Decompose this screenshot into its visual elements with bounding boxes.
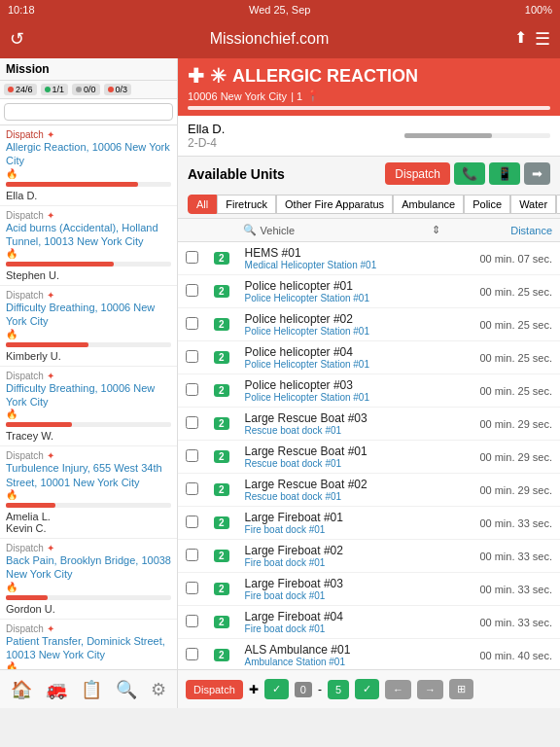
- unit-station-cell: Rescue boat dock #01: [245, 425, 416, 436]
- dispatch-btn-group: Dispatch 📞 📱 ➡: [385, 162, 550, 185]
- unit-station-cell: Police Helicopter Station #01: [245, 293, 416, 303]
- filter-tab-ambulance[interactable]: Ambulance: [393, 195, 464, 214]
- dispatch-button[interactable]: Dispatch: [385, 162, 450, 185]
- units-table-container: 🔍 Vehicle ⇕ Distance 2 HEMS #01 Medical: [178, 219, 560, 669]
- banner-map-icon[interactable]: 📍: [306, 89, 320, 102]
- nav-fire[interactable]: 🚒: [42, 675, 71, 704]
- unit-checkbox[interactable]: [186, 284, 198, 297]
- unit-checkbox[interactable]: [186, 383, 198, 396]
- mission-stats: 24/6 1/1 0/0 0/3: [0, 81, 177, 99]
- nav-home[interactable]: 🏠: [7, 675, 36, 704]
- table-row: 2 Police helicopter #04 Police Helicopte…: [178, 341, 560, 374]
- available-units: Available Units Dispatch 📞 📱 ➡ All Firet…: [178, 157, 560, 669]
- unit-checkbox[interactable]: [186, 516, 198, 528]
- nav-settings[interactable]: ⚙: [147, 675, 170, 704]
- filter-tab-firetruck[interactable]: Firetruck: [217, 195, 276, 214]
- sidebar-search-input[interactable]: [4, 103, 173, 121]
- mission-item-2[interactable]: Dispatch ✦ Acid burns (Accidental), Holl…: [0, 206, 177, 287]
- unit-checkbox[interactable]: [186, 582, 198, 594]
- phone-icon-btn[interactable]: 📞: [454, 162, 485, 185]
- filter-tab-followup[interactable]: Follow-up: [556, 195, 560, 214]
- unit-code: 2-D-4: [188, 136, 225, 150]
- col-vehicle: 🔍 Vehicle: [237, 219, 424, 242]
- table-row: 2 Large Fireboat #03 Fire boat dock #01 …: [178, 573, 560, 606]
- unit-checkbox[interactable]: [186, 482, 198, 495]
- unit-station-cell: Rescue boat dock #01: [245, 491, 416, 502]
- unit-distance: 00 min. 33 sec.: [448, 606, 560, 639]
- missions-list: Dispatch ✦ Allergic Reaction, 10006 New …: [0, 125, 177, 669]
- unit-name-cell: Large Fireboat #01: [245, 511, 416, 524]
- bottom-green-btn[interactable]: ✓: [264, 679, 289, 699]
- unit-station-cell: Medical Helicopter Station #01: [245, 260, 416, 270]
- unit-distance: 00 min. 07 sec.: [448, 242, 560, 275]
- level-badge: 2: [214, 351, 229, 364]
- nav-list[interactable]: 📋: [77, 675, 106, 704]
- table-row: 2 Police helicopter #01 Police Helicopte…: [178, 275, 560, 308]
- level-badge: 2: [214, 384, 229, 397]
- mission-item-6[interactable]: Dispatch ✦ Back Pain, Brooklyn Bridge, 1…: [0, 539, 177, 620]
- bottom-dispatch-btn[interactable]: Dispatch: [186, 680, 243, 699]
- unit-name-cell: Police helicopter #01: [245, 279, 416, 293]
- unit-checkbox[interactable]: [186, 549, 198, 561]
- mission-item-5[interactable]: Dispatch ✦ Turbulence Injury, 655 West 3…: [0, 446, 177, 539]
- unit-distance: 00 min. 25 sec.: [448, 275, 560, 308]
- table-row: 2 Large Rescue Boat #03 Rescue boat dock…: [178, 408, 560, 441]
- bottom-num5-btn[interactable]: 5: [328, 680, 349, 699]
- stat-badge-3: 0/0: [72, 84, 100, 95]
- sidebar: Mission 24/6 1/1 0/0 0/3 Dispatch ✦ Alle…: [0, 58, 178, 708]
- filter-tab-police[interactable]: Police: [464, 195, 510, 214]
- time: 10:18: [8, 4, 35, 16]
- unit-station-cell: Police Helicopter Station #01: [245, 392, 416, 403]
- forward-btn[interactable]: ➡: [524, 162, 550, 185]
- unit-checkbox[interactable]: [186, 251, 198, 264]
- banner-pipe: | 1: [291, 90, 302, 102]
- units-table: 🔍 Vehicle ⇕ Distance 2 HEMS #01 Medical: [178, 219, 560, 669]
- bottom-check-btn[interactable]: ✓: [355, 679, 379, 699]
- table-row: 2 Large Rescue Boat #02 Rescue boat dock…: [178, 474, 560, 507]
- level-badge: 2: [214, 516, 229, 529]
- mission-header: Mission: [0, 58, 177, 81]
- unit-checkbox[interactable]: [186, 615, 198, 627]
- bottom-grid-btn[interactable]: ⊞: [449, 679, 473, 699]
- filter-tab-all[interactable]: All: [188, 195, 217, 214]
- share-icon[interactable]: ⬆: [514, 28, 527, 50]
- unit-checkbox[interactable]: [186, 648, 198, 660]
- banner-cross-icon: ✚: [188, 64, 204, 88]
- col-sort[interactable]: ⇕: [424, 219, 448, 242]
- stat-badge-1: 24/6: [4, 84, 37, 95]
- bottom-left-btn[interactable]: ←: [385, 680, 411, 699]
- mission-item-7[interactable]: Dispatch ✦ Patient Transfer, Dominick St…: [0, 620, 177, 669]
- level-badge: 2: [214, 417, 229, 430]
- level-badge: 2: [214, 550, 229, 562]
- mission-item-1[interactable]: Dispatch ✦ Allergic Reaction, 10006 New …: [0, 125, 177, 206]
- unit-checkbox[interactable]: [186, 416, 198, 429]
- unit-info: Ella D. 2-D-4: [178, 116, 560, 157]
- mission-item-4[interactable]: Dispatch ✦ Difficulty Breathing, 10006 N…: [0, 367, 177, 447]
- unit-name-cell: ALS Ambulance #01: [245, 643, 416, 657]
- col-distance[interactable]: Distance: [448, 219, 560, 242]
- mission-item-3[interactable]: Dispatch ✦ Difficulty Breathing, 10006 N…: [0, 286, 177, 367]
- refresh-icon[interactable]: ↺: [10, 28, 24, 50]
- units-header: Available Units Dispatch 📞 📱 ➡: [178, 157, 560, 191]
- unit-distance: 00 min. 33 sec.: [448, 573, 560, 606]
- bottom-dash: -: [318, 683, 322, 696]
- table-row: 2 HEMS #01 Medical Helicopter Station #0…: [178, 242, 560, 275]
- date: Wed 25, Sep: [249, 4, 310, 16]
- banner-title-text: ALLERGIC REACTION: [232, 66, 418, 87]
- bottom-icon-1: ✚: [249, 683, 259, 696]
- filter-tab-other-fire[interactable]: Other Fire Apparatus: [276, 195, 393, 214]
- menu-icon[interactable]: ☰: [535, 28, 550, 50]
- nav-search[interactable]: 🔍: [112, 675, 141, 704]
- level-badge: 2: [214, 285, 229, 298]
- unit-name-cell: Large Rescue Boat #02: [245, 478, 416, 491]
- unit-checkbox[interactable]: [186, 317, 198, 330]
- bottom-right-btn[interactable]: →: [417, 680, 443, 699]
- level-badge: 2: [214, 583, 229, 595]
- unit-checkbox[interactable]: [186, 449, 198, 462]
- unit-station-cell: Fire boat dock #01: [245, 623, 416, 634]
- call-btn[interactable]: 📱: [489, 162, 520, 185]
- filter-tab-water[interactable]: Water: [510, 195, 556, 214]
- unit-distance: 00 min. 25 sec.: [448, 308, 560, 341]
- level-badge: 2: [214, 616, 229, 628]
- unit-checkbox[interactable]: [186, 350, 198, 363]
